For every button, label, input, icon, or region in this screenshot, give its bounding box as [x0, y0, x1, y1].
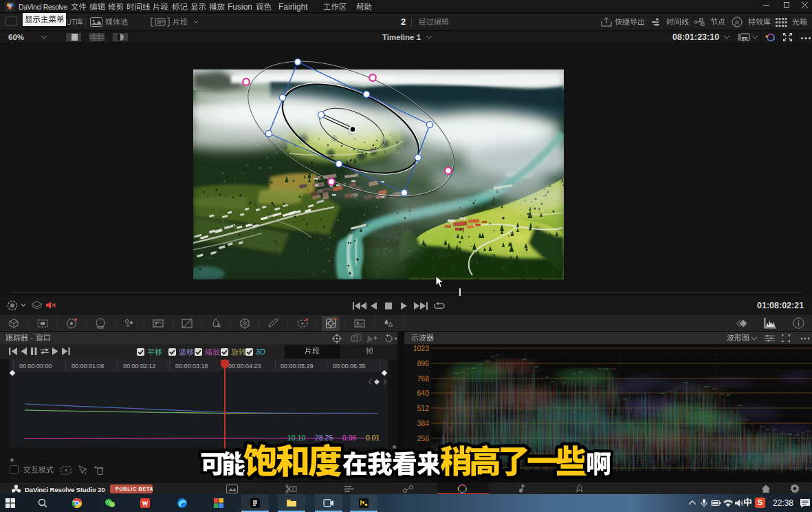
- svg-text:fx: fx: [367, 335, 373, 343]
- svg-text:256: 256: [417, 434, 429, 442]
- svg-text:fx: fx: [735, 19, 739, 25]
- svg-text:HQ: HQ: [743, 38, 747, 41]
- svg-text:384: 384: [417, 419, 429, 427]
- svg-text:1023: 1023: [413, 344, 430, 352]
- svg-text:512: 512: [417, 404, 429, 412]
- svg-text:768: 768: [417, 374, 429, 383]
- svg-text:896: 896: [417, 359, 429, 367]
- svg-text:HDR: HDR: [97, 326, 105, 330]
- svg-text:640: 640: [417, 389, 429, 397]
